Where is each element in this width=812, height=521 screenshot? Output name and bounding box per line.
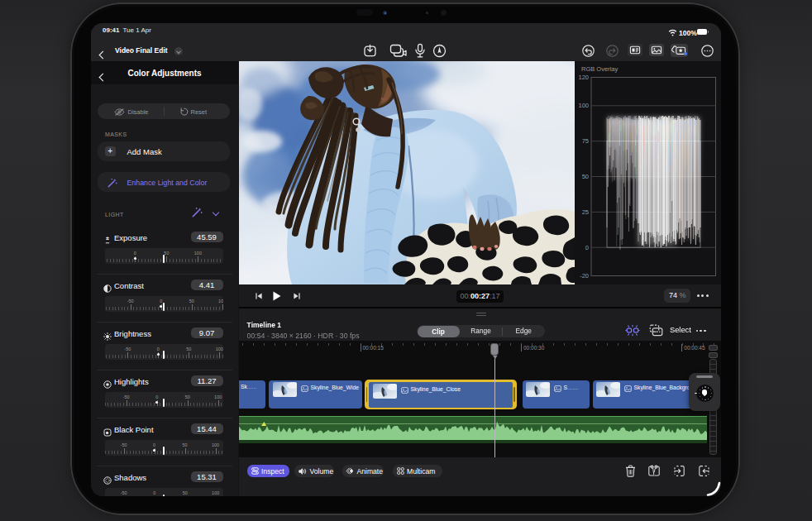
svg-text:75: 75 <box>582 137 589 145</box>
svg-text:100: 100 <box>578 102 589 109</box>
svg-text:-20: -20 <box>580 272 589 280</box>
svg-text:50: 50 <box>582 173 589 180</box>
svg-text:0: 0 <box>585 244 589 251</box>
svg-text:120: 120 <box>578 74 589 81</box>
svg-text:25: 25 <box>582 208 589 216</box>
